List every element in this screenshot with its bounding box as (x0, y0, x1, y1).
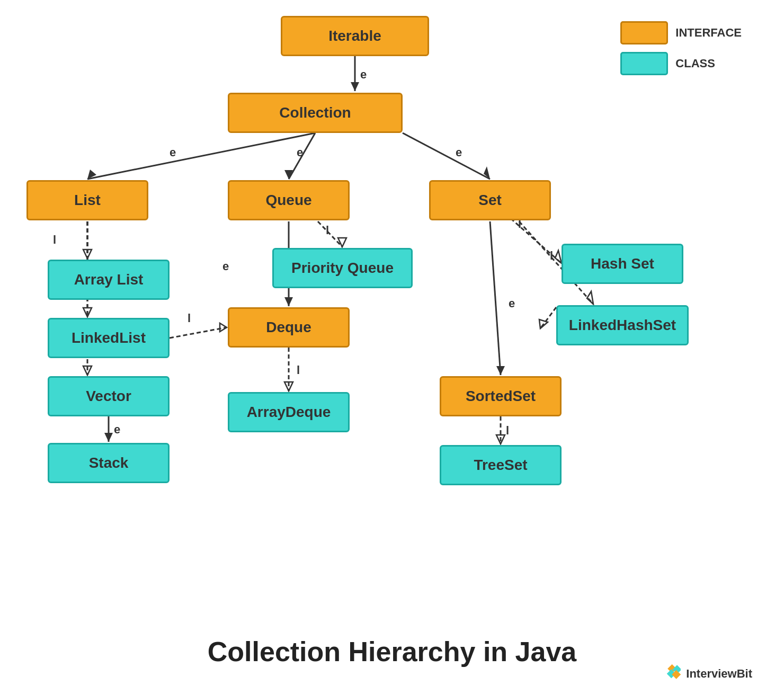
svg-text:l: l (297, 363, 300, 377)
svg-text:l: l (326, 224, 329, 237)
svg-line-33 (170, 327, 227, 338)
node-priorityqueue: Priority Queue (272, 248, 413, 288)
svg-marker-25 (338, 238, 346, 247)
svg-marker-13 (83, 250, 92, 259)
brand-logo (662, 664, 681, 683)
node-queue: Queue (228, 180, 350, 220)
connections-svg: e e e e l l l e l e (0, 0, 784, 609)
svg-text:e: e (297, 146, 303, 159)
node-linkedlist: LinkedList (48, 318, 170, 358)
svg-text:l: l (550, 249, 553, 262)
node-collection: Collection (228, 93, 403, 133)
legend-interface-box (620, 21, 668, 45)
node-linkedhashset: LinkedHashSet (556, 305, 689, 345)
svg-marker-43 (539, 319, 548, 328)
node-arraydeque: ArrayDeque (228, 392, 350, 432)
svg-marker-28 (284, 297, 293, 306)
node-deque: Deque (228, 307, 350, 348)
svg-text:e: e (222, 260, 229, 273)
svg-text:l: l (53, 233, 56, 246)
node-list: List (26, 180, 148, 220)
svg-line-3 (87, 133, 315, 179)
svg-line-6 (289, 133, 315, 179)
svg-marker-16 (83, 308, 92, 317)
svg-text:e: e (456, 146, 462, 159)
svg-marker-7 (284, 170, 293, 179)
svg-text:e: e (114, 423, 120, 436)
svg-text:l: l (506, 424, 509, 437)
svg-marker-45 (496, 435, 505, 444)
svg-marker-40 (496, 366, 505, 375)
svg-marker-34 (220, 323, 227, 332)
brand-name: InterviewBit (686, 667, 752, 681)
svg-text:e: e (360, 68, 367, 81)
legend-interface-label: INTERFACE (675, 26, 742, 40)
legend-class-label: CLASS (675, 57, 715, 70)
brand: InterviewBit (662, 664, 752, 683)
node-arraylist: Array List (48, 260, 170, 300)
svg-line-24 (318, 221, 342, 247)
svg-line-9 (403, 133, 490, 179)
svg-marker-31 (284, 382, 293, 391)
node-set: Set (429, 180, 551, 220)
svg-marker-48 (587, 291, 593, 304)
node-hashset: Hash Set (562, 244, 683, 284)
svg-text:l: l (188, 312, 191, 325)
diagram-container: INTERFACE CLASS e e e e l l (0, 0, 784, 609)
node-treeset: TreeSet (440, 445, 562, 485)
svg-text:e: e (170, 146, 176, 159)
svg-line-39 (490, 221, 501, 375)
svg-marker-1 (351, 82, 359, 91)
svg-line-42 (540, 307, 556, 328)
svg-marker-22 (104, 433, 113, 442)
node-vector: Vector (48, 376, 170, 416)
legend-interface: INTERFACE (620, 21, 742, 45)
svg-marker-37 (555, 251, 562, 263)
svg-marker-10 (484, 166, 490, 179)
svg-marker-4 (87, 170, 96, 179)
legend-class-box (620, 52, 668, 75)
node-iterable: Iterable (281, 16, 429, 56)
node-sortedset: SortedSet (440, 376, 562, 416)
svg-marker-19 (83, 366, 92, 375)
legend-class: CLASS (620, 52, 742, 75)
node-stack: Stack (48, 443, 170, 483)
legend: INTERFACE CLASS (620, 21, 742, 75)
svg-text:e: e (509, 297, 515, 310)
